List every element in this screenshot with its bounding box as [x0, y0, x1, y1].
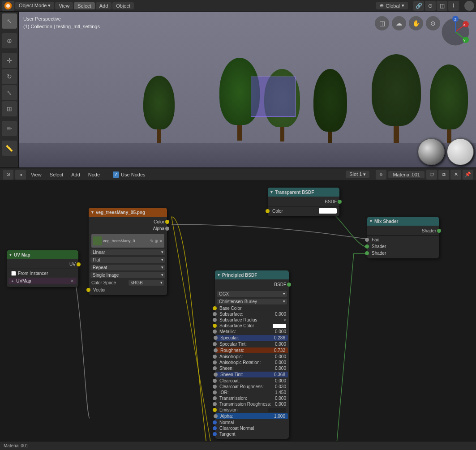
img-close-icon[interactable]: ✕ — [159, 239, 163, 244]
roughness-row[interactable]: Roughness: 0.732 — [216, 347, 288, 353]
slot-selector[interactable]: Slot 1 ▾ — [346, 171, 369, 178]
img-colorspace-select[interactable]: sRGB — [129, 280, 164, 286]
transparent-color-socket[interactable] — [266, 209, 270, 213]
img-edit-icon[interactable]: ✎ — [150, 239, 154, 244]
from-instancer-checkbox[interactable] — [11, 271, 16, 276]
transmission-rough-socket[interactable] — [213, 402, 217, 406]
clearcoat-rough-socket[interactable] — [213, 385, 217, 389]
sheen-socket[interactable] — [213, 366, 217, 370]
node-mode-toggle[interactable]: ◂ — [15, 170, 26, 180]
transparent-collapse[interactable]: ▾ — [270, 190, 273, 194]
proportional-icon[interactable]: ⊙ — [425, 1, 436, 11]
view-menu[interactable]: View — [55, 2, 73, 9]
node-transparent-bsdf[interactable]: ▾ Transparent BSDF BSDF Color — [268, 188, 339, 216]
duplicate-icon[interactable]: ⧉ — [438, 170, 449, 180]
mix-shader2-socket[interactable] — [365, 251, 369, 255]
ior-socket[interactable] — [213, 390, 217, 394]
unlink-icon[interactable]: ✕ — [450, 170, 461, 180]
material-name-field[interactable]: Material.001 — [388, 171, 425, 178]
subsurface-color-socket[interactable] — [213, 324, 217, 328]
emission-socket[interactable] — [213, 408, 217, 412]
dist2-select[interactable]: Christensen-Burley — [217, 299, 287, 304]
orientation-gizmo[interactable]: X Y Z — [439, 15, 472, 49]
node-node-menu[interactable]: Node — [85, 171, 103, 178]
node-select-menu[interactable]: Select — [47, 171, 67, 178]
alpha-row[interactable]: Alpha: 1.000 — [216, 413, 288, 419]
mix-collapse[interactable]: ▾ — [370, 219, 372, 223]
img-extension-select[interactable]: Repeat — [90, 265, 165, 270]
node-mix-shader[interactable]: ▾ Mix Shader Shader Fac Shader — [367, 217, 439, 258]
scale-tool[interactable]: ⤡ — [2, 85, 17, 100]
transform-orientation[interactable]: ⊕ Global ▾ — [376, 2, 408, 9]
uvmap-remove-btn[interactable]: ✕ — [70, 279, 74, 283]
metallic-socket[interactable] — [213, 330, 217, 334]
tangent-socket[interactable] — [213, 432, 217, 436]
mix-shader1-socket[interactable] — [365, 244, 369, 249]
mix-shader-output-socket[interactable] — [437, 229, 441, 233]
img-color-socket[interactable] — [165, 220, 169, 224]
viewport-shading-rendered[interactable]: ⊙ — [426, 16, 440, 30]
viewport-shading-solid[interactable]: ◫ — [375, 16, 389, 30]
material-type-icon[interactable]: ⊕ — [376, 170, 386, 180]
specular-row[interactable]: Specular: 0.286 — [216, 335, 288, 341]
xray-icon[interactable]: ⌇ — [448, 1, 459, 11]
use-nodes-checkbox[interactable]: ✓ — [113, 171, 119, 178]
img-browse-icon[interactable]: ⊕ — [154, 239, 158, 244]
mode-selector[interactable]: Object Mode ▾ — [15, 2, 54, 9]
transform-tool[interactable]: ⊞ — [2, 101, 17, 116]
subsurface-socket[interactable] — [213, 312, 217, 316]
subsurface-radius-socket[interactable] — [213, 318, 217, 322]
subsurface-color-swatch[interactable] — [273, 324, 286, 328]
principled-collapse[interactable]: ▾ — [218, 273, 220, 277]
img-projection-select[interactable]: Flat — [90, 257, 165, 263]
node-image-texture[interactable]: ▾ veg_treesMany_05.png Color Alpha — [89, 208, 167, 295]
uvmap-collapse[interactable]: ▾ — [9, 253, 12, 257]
node-editor-icon[interactable]: ⊙ — [3, 170, 13, 180]
object-menu[interactable]: Object — [112, 2, 134, 9]
specular-tint-socket[interactable] — [213, 342, 217, 346]
snap-icon[interactable]: 🔗 — [413, 1, 424, 11]
cursor-tool[interactable]: ⊕ — [2, 33, 17, 48]
sheen-tint-row[interactable]: Sheen Tint: 0.368 — [216, 372, 288, 377]
node-canvas[interactable]: ▾ UV Map UV From Instancer ● — [0, 181, 476, 441]
specular-socket[interactable] — [214, 336, 218, 340]
anisotropic-socket[interactable] — [213, 355, 217, 359]
clearcoat-socket[interactable] — [213, 379, 217, 383]
clearcoat-normal-socket[interactable] — [213, 426, 217, 430]
select-tool[interactable]: ↖ — [2, 13, 17, 29]
select-menu[interactable]: Select — [74, 2, 95, 9]
use-nodes-toggle[interactable]: ✓ Use Nodes — [110, 171, 148, 179]
emission-color[interactable] — [268, 408, 286, 412]
mix-fac-socket[interactable] — [365, 238, 369, 242]
viewport-shading-material[interactable]: ☁ — [392, 16, 406, 30]
render-engine-icon[interactable] — [464, 1, 474, 11]
rotate-tool[interactable]: ↻ — [2, 69, 17, 84]
img-interpolation-select[interactable]: Linear — [90, 249, 165, 255]
anisotropic-rot-socket[interactable] — [213, 360, 217, 364]
sheen-tint-socket[interactable] — [214, 373, 218, 377]
node-add-menu[interactable]: Add — [68, 171, 83, 178]
viewport-shading-hand[interactable]: ✋ — [409, 16, 423, 30]
normal-socket[interactable] — [213, 420, 217, 424]
node-principled-bsdf[interactable]: ▾ Principled BSDF BSDF GGX — [215, 270, 289, 439]
img-collapse[interactable]: ▾ — [91, 210, 94, 214]
3d-viewport[interactable]: ↖ ⊕ ✛ ↻ ⤡ ⊞ ✏ 📏 User Perspective (1) Col… — [0, 12, 476, 168]
add-menu[interactable]: Add — [96, 2, 112, 9]
img-vector-socket[interactable] — [86, 288, 90, 292]
roughness-socket[interactable] — [214, 348, 218, 352]
node-uvmap[interactable]: ▾ UV Map UV From Instancer ● — [7, 250, 78, 287]
transparent-color-swatch[interactable] — [319, 208, 337, 214]
annotate-tool[interactable]: ✏ — [2, 121, 17, 136]
blender-icon[interactable] — [2, 1, 14, 11]
transmission-socket[interactable] — [213, 396, 217, 400]
shield-icon[interactable]: 🛡 — [426, 170, 437, 180]
transparent-bsdf-socket[interactable] — [338, 200, 342, 204]
move-tool[interactable]: ✛ — [2, 53, 17, 68]
base-color-socket[interactable] — [213, 306, 217, 310]
measure-tool[interactable]: 📏 — [2, 141, 17, 156]
uv-output-socket[interactable] — [77, 262, 81, 266]
img-source-select[interactable]: Single Image — [90, 272, 165, 278]
principled-bsdf-socket[interactable] — [287, 283, 291, 287]
img-alpha-socket[interactable] — [165, 227, 169, 231]
dist1-select[interactable]: GGX — [217, 291, 287, 297]
